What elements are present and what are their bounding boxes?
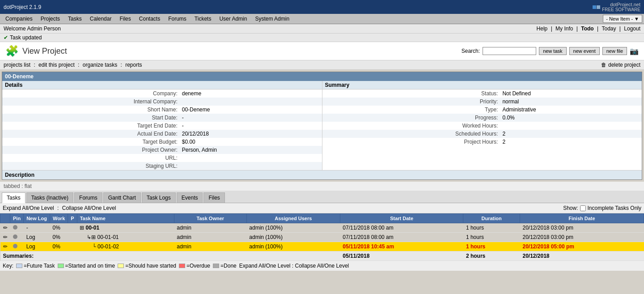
status-row: Status: Not Defined bbox=[322, 89, 642, 98]
camera-icon: 📷 bbox=[630, 47, 639, 55]
type-row: Type: Administrative bbox=[322, 106, 642, 114]
col-new-log: New Log bbox=[24, 214, 50, 223]
nav-contacts[interactable]: Contacts bbox=[136, 15, 164, 23]
summary-section: Summary Status: Not Defined Priority: no… bbox=[322, 81, 642, 170]
help-link[interactable]: Help bbox=[537, 26, 548, 32]
nav-bar: Companies Projects Tasks Calendar Files … bbox=[0, 14, 644, 24]
task-name[interactable]: 00-01-02 bbox=[97, 243, 119, 250]
done-label: =Done bbox=[220, 263, 237, 269]
delete-project-button[interactable]: 🗑 delete project bbox=[601, 62, 640, 68]
show-label: Show: bbox=[563, 205, 578, 211]
expand-all-link[interactable]: Expand All/One Level bbox=[3, 205, 54, 211]
logo-text: dotProject.net FREE SOFTWARE bbox=[602, 2, 640, 12]
tab-gantt-chart[interactable]: Gantt Chart bbox=[103, 192, 141, 203]
col-task-name: Task Name bbox=[77, 214, 174, 223]
page-title-area: 🧩 View Project bbox=[5, 45, 67, 57]
worked-hours-value bbox=[500, 122, 642, 130]
task-row: ✏ - 0% ⊞ 00-01 admin admin (100%) 07/11/… bbox=[0, 223, 644, 233]
start-date-row: Start Date: - bbox=[2, 114, 322, 122]
nav-user-admin[interactable]: User Admin bbox=[216, 15, 250, 23]
task-row: ✏ Log 0% └ 00-01-02 admin admin (100%) 0… bbox=[0, 242, 644, 251]
reports-link[interactable]: reports bbox=[125, 62, 142, 68]
new-task-button[interactable]: new task bbox=[539, 47, 566, 55]
summaries-row: Summaries: 05/11/2018 2 hours 20/12/2018 bbox=[0, 251, 644, 261]
col-task-owner: Task Owner bbox=[174, 214, 246, 223]
todo-link[interactable]: Todo bbox=[581, 26, 593, 32]
short-name-value: 00-Deneme bbox=[180, 106, 322, 114]
project-hours-value: 2 bbox=[500, 138, 642, 146]
task-name[interactable]: 00-01-01 bbox=[97, 234, 119, 240]
tab-tasks-inactive[interactable]: Tasks (Inactive) bbox=[26, 192, 73, 203]
short-name-row: Short Name: 00-Deneme bbox=[2, 106, 322, 114]
col-finish-date: Finish Date bbox=[520, 214, 644, 223]
view-project-icon: 🧩 bbox=[5, 45, 19, 57]
app-title: dotProject 2.1.9 bbox=[4, 4, 41, 10]
today-link[interactable]: Today bbox=[602, 26, 616, 32]
edit-project-link[interactable]: edit this project bbox=[38, 62, 75, 68]
tabs-bar: Tasks Tasks (Inactive) Forums Gantt Char… bbox=[0, 191, 644, 203]
url-row: URL: bbox=[2, 154, 322, 162]
details-header: Details bbox=[2, 81, 322, 89]
overdue-label: =Overdue bbox=[186, 263, 210, 269]
tasks-body: ✏ - 0% ⊞ 00-01 admin admin (100%) 07/11/… bbox=[0, 223, 644, 261]
expand-controls: Expand All/One Level : Collapse All/One … bbox=[3, 205, 116, 211]
tab-forums[interactable]: Forums bbox=[74, 192, 102, 203]
progress-row: Progress: 0.0% bbox=[322, 114, 642, 122]
tab-tasks[interactable]: Tasks bbox=[2, 192, 25, 203]
nav-system-admin[interactable]: System Admin bbox=[251, 15, 293, 23]
should-label: =Should have started bbox=[125, 263, 176, 269]
page-header: 🧩 View Project Search: new task new even… bbox=[0, 42, 644, 60]
overdue-icon bbox=[179, 264, 185, 268]
edit-icon[interactable]: ✏ bbox=[3, 225, 8, 231]
project-owner-row: Project Owner: Person, Admin bbox=[2, 146, 322, 154]
edit-icon[interactable]: ✏ bbox=[3, 243, 8, 250]
key-expand-collapse: Expand All/One Level : Collapse All/One … bbox=[239, 263, 349, 269]
col-work: Work bbox=[50, 214, 68, 223]
key-future: =Future Task bbox=[16, 263, 55, 269]
incomplete-tasks-checkbox[interactable] bbox=[580, 205, 586, 211]
logout-link[interactable]: Logout bbox=[624, 26, 640, 32]
new-item-button[interactable]: - New Item - ▼ bbox=[603, 15, 642, 23]
collapse-all-link[interactable]: Collapse All/One Level bbox=[62, 205, 116, 211]
new-event-button[interactable]: new event bbox=[569, 47, 600, 55]
search-input[interactable] bbox=[483, 47, 536, 55]
projects-list-link[interactable]: projects list bbox=[4, 62, 30, 68]
nav-projects[interactable]: Projects bbox=[37, 15, 64, 23]
nav-tasks[interactable]: Tasks bbox=[64, 15, 85, 23]
done-icon bbox=[213, 264, 219, 268]
internal-company-row: Internal Company: bbox=[2, 98, 322, 106]
project-name-bar: 00-Deneme bbox=[2, 72, 642, 81]
breadcrumb: projects list : edit this project : orga… bbox=[0, 60, 644, 70]
task-name[interactable]: 00-01 bbox=[85, 225, 99, 231]
my-info-link[interactable]: My Info bbox=[555, 26, 573, 32]
organize-tasks-link[interactable]: organize tasks bbox=[83, 62, 117, 68]
start-date-value: - bbox=[180, 114, 322, 122]
scheduled-hours-value: 2 bbox=[500, 130, 642, 138]
project-owner-value: Person, Admin bbox=[180, 146, 322, 154]
nav-forums[interactable]: Forums bbox=[165, 15, 190, 23]
internal-company-value bbox=[180, 98, 322, 106]
key-started: =Started and on time bbox=[58, 263, 115, 269]
key-label: Key: bbox=[3, 263, 13, 269]
welcome-text: Welcome Admin Person bbox=[4, 26, 61, 32]
nav-calendar[interactable]: Calendar bbox=[86, 15, 115, 23]
dot-icon bbox=[13, 234, 17, 239]
task-expand-sub-icon: ↳⊞ bbox=[87, 234, 97, 240]
task-expand-icon: ⊞ bbox=[80, 225, 85, 231]
tab-task-logs[interactable]: Task Logs bbox=[142, 192, 176, 203]
started-icon bbox=[58, 264, 64, 268]
future-task-label: =Future Task bbox=[24, 263, 55, 269]
tab-files[interactable]: Files bbox=[203, 192, 225, 203]
nav-files[interactable]: Files bbox=[116, 15, 134, 23]
new-file-button[interactable]: new file bbox=[602, 47, 627, 55]
nav-tickets[interactable]: Tickets bbox=[191, 15, 215, 23]
col-p: P bbox=[68, 214, 77, 223]
nav-companies[interactable]: Companies bbox=[2, 15, 36, 23]
dot-icon bbox=[13, 225, 17, 230]
edit-icon[interactable]: ✏ bbox=[3, 234, 8, 240]
tasks-header-row: Pin New Log Work P Task Name Task Owner … bbox=[0, 214, 644, 223]
task-row: ✏ Log 0% ↳⊞ 00-01-01 admin admin (100%) … bbox=[0, 233, 644, 242]
summary-header: Summary bbox=[322, 81, 642, 89]
project-hours-row: Project Hours: 2 bbox=[322, 138, 642, 146]
tab-events[interactable]: Events bbox=[177, 192, 203, 203]
